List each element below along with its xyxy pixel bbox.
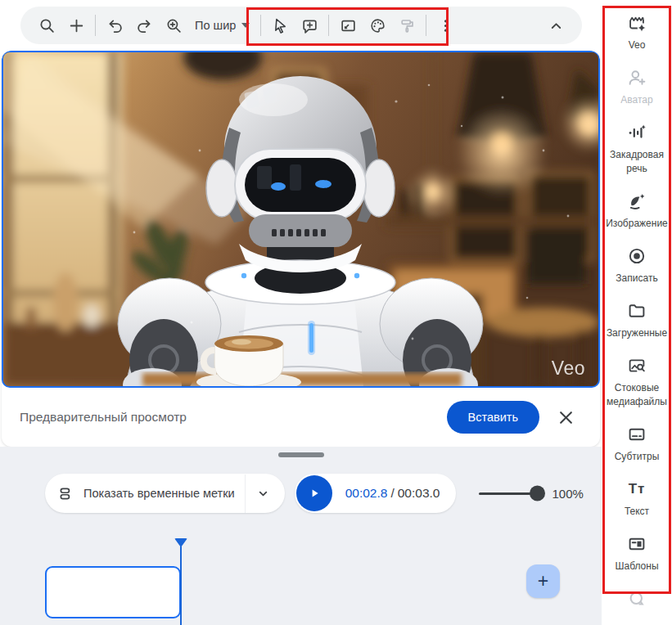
insert-button[interactable]: Вставить [447, 401, 539, 434]
sidebar-item-label: Субтитры [615, 450, 660, 463]
sidebar-item-text[interactable]: Тт Текст [602, 479, 672, 518]
video-preview[interactable]: Veo [2, 51, 600, 388]
templates-icon [627, 534, 647, 554]
undo-icon [106, 17, 124, 34]
panel-drag-handle[interactable] [278, 452, 324, 457]
toolbar-row: По шир [0, 0, 602, 51]
toolbar-divider [260, 15, 261, 36]
sidebar-item-stock-media[interactable]: Стоковые медиафайлы [602, 356, 672, 407]
zoom-in-icon [165, 17, 183, 34]
timestamps-dropdown-button[interactable] [247, 477, 280, 510]
subtitles-icon [627, 425, 647, 444]
chevron-down-icon [241, 23, 250, 28]
close-icon [557, 408, 575, 427]
avatar-add-icon [627, 68, 647, 88]
chevron-down-icon [255, 486, 271, 501]
search-icon [38, 17, 56, 34]
sidebar-item-label: Записать [616, 272, 657, 285]
preview-title: Предварительный просмотр [20, 410, 447, 425]
sidebar-item-image[interactable]: Изображение [602, 191, 672, 230]
sidebar-item-uploads[interactable]: Загруженные [602, 301, 672, 339]
plus-icon [68, 17, 85, 34]
redo-icon [136, 17, 153, 34]
format-paint-button[interactable] [392, 11, 422, 40]
voiceover-waveform-icon [627, 123, 647, 142]
play-button[interactable] [296, 475, 332, 511]
timeline-rows-icon [58, 485, 75, 502]
preview-card: Veo Предварительный просмотр Вставить [2, 51, 600, 447]
sidebar-item-subtitles[interactable]: Субтитры [602, 425, 672, 463]
zoom-level-label: 100% [552, 487, 583, 501]
pill-divider [245, 474, 246, 513]
veo-watermark: Veo [552, 357, 585, 380]
add-comment-button[interactable] [295, 11, 324, 40]
sidebar-item-templates[interactable]: Шаблоны [602, 534, 672, 573]
sidebar-item-label: Аватар [620, 93, 652, 106]
timeline-zoom-control: 100% [479, 487, 583, 501]
uploads-folder-icon [627, 301, 647, 321]
toolbar-divider [328, 15, 329, 36]
add-button[interactable] [61, 11, 91, 40]
paint-roller-icon [399, 17, 416, 34]
sidebar-item-voiceover[interactable]: Закадровая речь [602, 123, 672, 174]
toolbar-divider [426, 15, 426, 36]
record-icon [627, 246, 647, 266]
timeline-panel: Показать временные метки 00:02.8/00:03.0 [0, 447, 602, 625]
sidebar-item-label: Загруженные [607, 326, 667, 339]
stock-media-icon [627, 356, 647, 375]
time-display-pill: 00:02.8/00:03.0 [295, 474, 457, 513]
show-timestamps-control[interactable]: Показать временные метки [45, 474, 285, 513]
sidebar-item-label: Изображение [606, 217, 668, 230]
search-button[interactable] [32, 11, 61, 40]
sidebar-item-label: Шаблоны [615, 560, 658, 573]
image-generate-icon [627, 191, 647, 211]
sidebar-item-label: Veo [629, 38, 646, 52]
chevron-up-icon [548, 17, 565, 34]
position-button[interactable] [333, 11, 363, 40]
palette-icon [369, 17, 386, 34]
kebab-menu-icon [437, 17, 454, 34]
robot-cafe-scene [3, 52, 598, 386]
timeline-clip[interactable] [45, 566, 181, 618]
collapse-toolbar-button[interactable] [541, 11, 571, 40]
playback-controls: Показать временные метки 00:02.8/00:03.0 [45, 474, 584, 513]
sidebar-item-avatar: Аватар [602, 68, 672, 106]
sidebar-item-partial[interactable] [602, 589, 672, 609]
cursor-icon [272, 17, 289, 34]
add-scene-button[interactable]: + [526, 564, 560, 598]
text-icon: Тт [629, 479, 646, 499]
current-time: 00:02.8 [345, 486, 388, 500]
toolbar: По шир [20, 7, 582, 44]
insert-sidebar: Veo Аватар Закадровая речь Изображение [602, 0, 672, 625]
undo-button[interactable] [100, 11, 129, 40]
sidebar-item-label: Закадровая речь [602, 148, 672, 174]
circle-shape-icon [627, 589, 647, 609]
fit-width-label: По шир [195, 19, 236, 32]
show-timestamps-label: Показать временные метки [83, 487, 235, 500]
play-icon [306, 485, 322, 501]
editor-main-column: По шир [0, 0, 602, 625]
total-time: 00:03.0 [398, 486, 440, 500]
preview-footer: Предварительный просмотр Вставить [2, 388, 600, 447]
palette-button[interactable] [363, 11, 392, 40]
select-cursor-button[interactable] [265, 11, 295, 40]
time-separator: / [390, 486, 394, 500]
position-frame-icon [340, 17, 357, 34]
zoom-in-button[interactable] [159, 11, 188, 40]
more-options-button[interactable] [431, 11, 460, 40]
sidebar-item-label: Стоковые медиафайлы [602, 381, 672, 407]
redo-button[interactable] [129, 11, 159, 40]
playhead-line [180, 546, 182, 625]
toolbar-divider [95, 15, 96, 36]
close-preview-button[interactable] [549, 401, 582, 434]
sidebar-item-veo[interactable]: Veo [602, 13, 672, 52]
sidebar-item-record[interactable]: Записать [602, 246, 672, 285]
sidebar-item-label: Текст [625, 505, 649, 518]
fit-width-dropdown[interactable]: По шир [188, 11, 256, 40]
zoom-slider-knob[interactable] [530, 486, 545, 501]
veo-icon [627, 13, 647, 33]
comment-add-icon [301, 17, 318, 34]
time-display: 00:02.8/00:03.0 [345, 486, 440, 501]
zoom-slider-track[interactable] [479, 492, 538, 495]
